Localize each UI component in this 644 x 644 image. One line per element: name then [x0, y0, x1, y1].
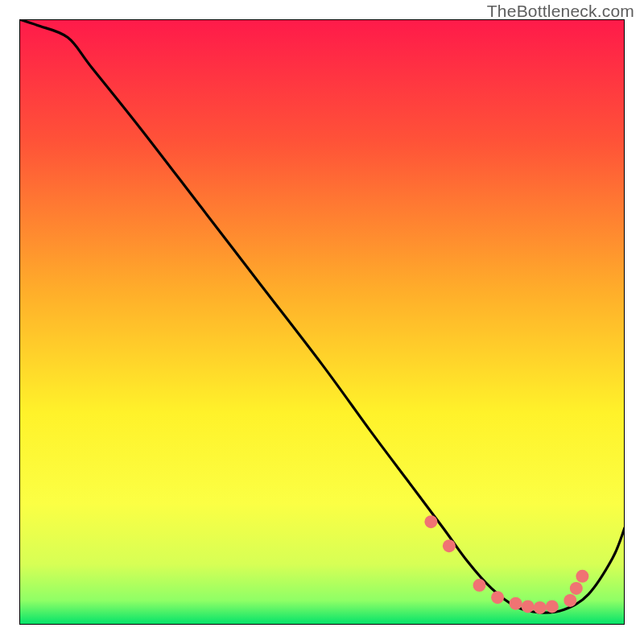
highlight-dot — [443, 539, 456, 552]
highlight-dot — [522, 600, 535, 613]
watermark-text: TheBottleneck.com — [487, 2, 634, 21]
highlight-dot — [491, 591, 504, 604]
highlight-dot — [534, 601, 547, 614]
highlight-dot — [570, 582, 583, 595]
highlight-dot — [546, 600, 559, 613]
plot-svg — [19, 19, 625, 625]
highlight-dot — [576, 570, 588, 583]
highlight-dot — [564, 594, 576, 607]
highlight-dot — [424, 515, 437, 528]
plot-area — [19, 19, 625, 625]
chart-frame: TheBottleneck.com — [0, 0, 644, 644]
highlight-dot — [510, 597, 522, 610]
highlight-dot — [473, 579, 486, 592]
gradient-background — [19, 19, 625, 625]
